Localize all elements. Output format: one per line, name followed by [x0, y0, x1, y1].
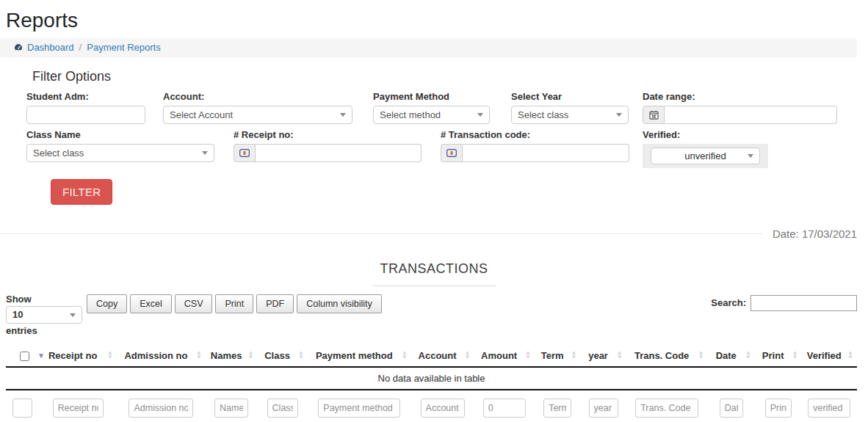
header-payment-method[interactable]: Payment method	[308, 345, 411, 367]
table-search: Search:	[711, 295, 857, 311]
header-account[interactable]: Account	[411, 345, 474, 367]
filter-class-input[interactable]	[267, 399, 298, 418]
page-length-select[interactable]: 10	[6, 306, 82, 324]
table-header-row: Receipt no Admission no Names Class Paym…	[6, 345, 857, 367]
breadcrumb-separator: /	[79, 42, 82, 53]
empty-row: No data available in table	[6, 367, 857, 390]
class-select[interactable]: Select class	[26, 144, 214, 162]
receipt-input-addon	[234, 144, 256, 162]
account-select[interactable]: Select Account	[163, 106, 352, 124]
filter-checkbox-col-input[interactable]	[12, 399, 32, 418]
sort-icon	[247, 351, 253, 360]
account-label: Account:	[163, 91, 352, 102]
print-button[interactable]: Print	[215, 294, 253, 313]
chevron-down-icon	[70, 313, 76, 317]
select-all-checkbox[interactable]	[20, 352, 29, 361]
year-select[interactable]: Select class	[511, 106, 629, 124]
date-range-input[interactable]	[665, 106, 837, 124]
verified-label: Verified:	[643, 129, 768, 140]
filter-verified-input[interactable]	[808, 399, 850, 418]
filter-trans-code-input[interactable]	[635, 399, 698, 418]
receipt-no-label: # Receipt no:	[234, 129, 422, 140]
filter-payment-method-input[interactable]	[318, 399, 400, 418]
class-name-label: Class Name	[26, 129, 214, 140]
column-visibility-button[interactable]: Column visibility	[297, 294, 382, 313]
filter-term-input[interactable]	[543, 399, 571, 418]
verified-select[interactable]: unverified	[651, 148, 760, 164]
filter-admission-no-input[interactable]	[129, 399, 193, 418]
breadcrumb: Dashboard / Payment Reports	[0, 38, 857, 57]
search-input[interactable]	[751, 295, 857, 311]
account-select-value: Select Account	[170, 109, 233, 120]
filter-year-input[interactable]	[589, 399, 618, 418]
student-adm-input[interactable]	[26, 106, 145, 124]
header-receipt-no[interactable]: Receipt no	[39, 345, 117, 367]
chevron-down-icon	[340, 113, 346, 117]
sort-icon	[698, 351, 704, 360]
breadcrumb-item-payment-reports[interactable]: Payment Reports	[87, 42, 160, 53]
filter-account-input[interactable]	[421, 399, 465, 418]
copy-button[interactable]: Copy	[87, 294, 127, 313]
sort-icon	[402, 351, 408, 360]
header-year[interactable]: year	[580, 345, 626, 367]
header-term[interactable]: Term	[535, 345, 580, 367]
filter-receipt-no-input[interactable]	[53, 399, 104, 418]
payment-method-label: Payment Method	[373, 91, 490, 102]
horizontal-rule	[0, 233, 762, 234]
calendar-addon[interactable]	[643, 106, 665, 124]
chevron-down-icon	[748, 154, 753, 158]
header-admission-no[interactable]: Admission no	[117, 345, 206, 367]
sort-icon	[847, 351, 853, 360]
breadcrumb-item-dashboard[interactable]: Dashboard	[27, 42, 74, 53]
header-names[interactable]: Names	[206, 345, 257, 367]
receipt-no-input[interactable]	[256, 144, 422, 162]
payment-method-select-value: Select method	[380, 109, 441, 120]
verified-select-value: unverified	[684, 150, 726, 161]
filter-form: Student Adm: Account: Select Account Pay…	[0, 91, 868, 205]
filter-print-input[interactable]	[765, 399, 792, 418]
header-verified[interactable]: Verified	[801, 345, 857, 367]
filter-date-input[interactable]	[720, 399, 743, 418]
dashboard-gauge-icon	[13, 43, 23, 52]
filter-button[interactable]: FILTER	[51, 179, 112, 205]
chevron-down-icon	[477, 113, 483, 117]
sort-icon	[792, 351, 798, 360]
select-year-label: Select Year	[511, 91, 629, 102]
page-title: Reports	[6, 10, 857, 32]
sort-icon	[464, 351, 470, 360]
chevron-down-icon	[616, 113, 622, 117]
sort-icon	[298, 351, 304, 360]
payment-method-select[interactable]: Select method	[373, 106, 490, 124]
sort-icon	[196, 351, 202, 360]
header-class[interactable]: Class	[257, 345, 307, 367]
excel-button[interactable]: Excel	[130, 294, 172, 313]
header-date[interactable]: Date	[708, 345, 755, 367]
transactions-table: Receipt no Admission no Names Class Paym…	[6, 345, 857, 422]
calendar-icon	[649, 110, 659, 120]
sort-icon	[571, 351, 576, 360]
page-length-value: 10	[12, 309, 23, 320]
sort-icon	[107, 351, 113, 360]
class-select-value: Select class	[33, 148, 84, 159]
header-trans-code[interactable]: Trans. Code	[626, 345, 708, 367]
transaction-input-addon	[441, 144, 463, 162]
column-filter-row	[6, 390, 857, 422]
table-controls: Show 10 entries Copy Excel CSV Print PDF…	[6, 294, 857, 336]
header-amount[interactable]: Amount	[474, 345, 535, 367]
transaction-code-input[interactable]	[463, 144, 629, 162]
export-buttons: Copy Excel CSV Print PDF Column visibili…	[87, 294, 382, 313]
csv-button[interactable]: CSV	[175, 294, 213, 313]
search-label: Search:	[711, 297, 746, 308]
date-row: Date: 17/03/2021	[0, 228, 857, 240]
pdf-button[interactable]: PDF	[256, 294, 294, 313]
header-select-all[interactable]	[6, 345, 39, 367]
header-print[interactable]: Print	[755, 345, 801, 367]
verified-select-wrap: unverified	[643, 144, 768, 168]
empty-message: No data available in table	[6, 367, 857, 390]
transaction-code-label: # Transaction code:	[441, 129, 629, 140]
filter-amount-input[interactable]	[483, 399, 526, 418]
chevron-down-icon	[202, 151, 208, 155]
transaction-input-icon	[446, 149, 457, 157]
filter-names-input[interactable]	[214, 399, 248, 418]
sort-icon	[745, 351, 751, 360]
